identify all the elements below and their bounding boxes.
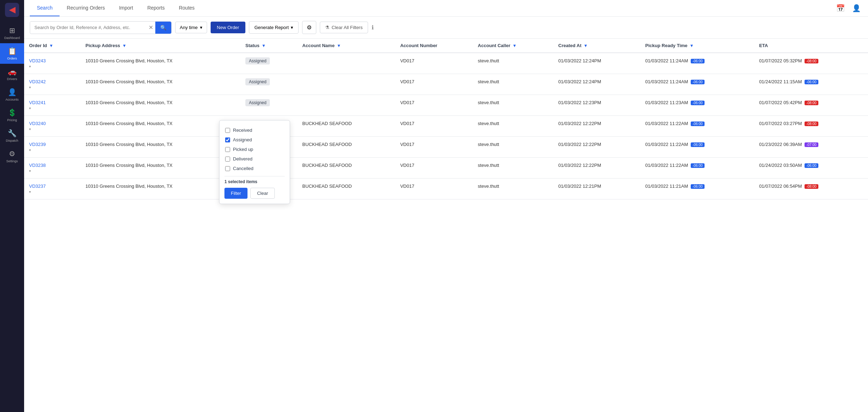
orders-table: Order Id ▼ Pickup Address ▼ Status [24,39,868,199]
created-at-filter-icon[interactable]: ▼ [584,43,588,48]
eta-tz-badge: -08:00 [805,184,818,189]
col-header-pickup-address[interactable]: Pickup Address ▼ [80,39,240,53]
cell-pickup-ready-time: 01/03/2022 11:22AM -06:00 [640,116,754,137]
cell-account-name [297,74,395,95]
cell-account-caller: steve.thutt [473,158,553,179]
sidebar-item-accounts[interactable]: 👤 Accounts [0,84,24,105]
settings-gear-button[interactable]: ⚙ [302,21,316,34]
cell-created-at: 01/03/2022 12:23PM [553,95,640,116]
table-row: VD3243 ▾ 10310 Greens Crossing Blvd, Hou… [24,53,868,74]
cell-account-caller: steve.thutt [473,179,553,199]
filter-checkbox-assigned[interactable] [225,137,230,142]
col-header-created-at[interactable]: Created At ▼ [553,39,640,53]
col-header-status[interactable]: Status ▼ [240,39,297,53]
tab-routes[interactable]: Routes [172,0,201,16]
cell-account-name: BUCKHEAD SEAFOOD [297,179,395,199]
col-header-order-id[interactable]: Order Id ▼ [24,39,80,53]
pickup-tz-badge: -06:00 [691,163,704,168]
cell-eta: 01/24/2022 03:50AM -06:00 [754,158,868,179]
sidebar-item-drivers[interactable]: 🚗 Drivers [0,64,24,84]
clear-all-filters-button[interactable]: ⚗ Clear All Filters [320,22,368,33]
col-header-account-name[interactable]: Account Name ▼ [297,39,395,53]
search-submit-button[interactable]: 🔍 [155,22,171,34]
order-id-link[interactable]: VD3238 [29,163,76,168]
filter-option-received[interactable]: Received [224,125,285,135]
col-created-at-label: Created At [558,43,582,48]
table-row: VD3237 ▾ 10310 Greens Crossing Blvd, Hou… [24,179,868,199]
order-row-chevron-icon[interactable]: ▾ [29,85,31,89]
filter-apply-button[interactable]: Filter [224,188,247,199]
filter-checkbox-received[interactable] [225,128,230,133]
filter-checkbox-cancelled[interactable] [225,166,230,171]
sidebar-item-settings[interactable]: ⚙ Settings [0,146,24,167]
order-id-link[interactable]: VD3237 [29,184,76,189]
status-filter-icon[interactable]: ▼ [262,43,266,48]
app-logo: ◀ [5,3,19,17]
order-row-chevron-icon[interactable]: ▾ [29,127,31,131]
table-row: VD3240 ▾ 10310 Greens Crossing Blvd, Hou… [24,116,868,137]
cell-pickup-address: 10310 Greens Crossing Blvd, Houston, TX [80,95,240,116]
tab-recurring-orders[interactable]: Recurring Orders [60,0,112,16]
generate-report-button[interactable]: Generate Report ▾ [249,21,299,34]
sidebar-item-dashboard[interactable]: ⊞ Dashboard [0,23,24,43]
order-row-chevron-icon[interactable]: ▾ [29,148,31,152]
order-row-chevron-icon[interactable]: ▾ [29,169,31,173]
tab-reports[interactable]: Reports [140,0,172,16]
cell-account-name [297,53,395,74]
col-header-account-caller[interactable]: Account Caller ▼ [473,39,553,53]
filter-checkbox-picked-up[interactable] [225,147,230,152]
sidebar-label-drivers: Drivers [7,77,17,81]
cell-account-number: VD017 [395,116,473,137]
search-wrap: ✕ 🔍 [30,21,172,34]
cell-created-at: 01/03/2022 12:24PM [553,53,640,74]
time-filter-dropdown[interactable]: Any time ▾ [175,22,207,33]
cell-pickup-address: 10310 Greens Crossing Blvd, Houston, TX [80,179,240,199]
main-content: Search Recurring Orders Import Reports R… [24,0,868,412]
info-icon[interactable]: ℹ [372,24,374,31]
search-input[interactable] [30,22,146,33]
filter-option-assigned[interactable]: Assigned [224,135,285,145]
order-id-link[interactable]: VD3239 [29,142,76,147]
cell-order-id: VD3239 ▾ [24,137,80,158]
filter-option-cancelled[interactable]: Cancelled [224,164,285,173]
pickup-tz-badge: -06:00 [691,80,704,84]
filter-checkbox-delivered[interactable] [225,157,230,162]
filter-option-delivered[interactable]: Delivered [224,154,285,164]
calendar-icon-button[interactable]: 📅 [835,2,846,14]
sidebar-item-dispatch[interactable]: 🔧 Dispatch [0,125,24,146]
cell-account-caller: steve.thutt [473,74,553,95]
account-name-filter-icon[interactable]: ▼ [337,43,341,48]
cell-eta: 01/07/2022 06:54PM -08:00 [754,179,868,199]
status-filter-dropdown: Received Assigned Picked up Delivered Ca… [219,120,290,204]
col-header-pickup-ready-time[interactable]: Pickup Ready Time ▼ [640,39,754,53]
nav-tabs: Search Recurring Orders Import Reports R… [30,0,202,16]
order-row-chevron-icon[interactable]: ▾ [29,106,31,110]
settings-icon: ⚙ [9,149,15,158]
sidebar-item-orders[interactable]: 📋 Orders [0,43,24,64]
sidebar-item-pricing[interactable]: 💲 Pricing [0,105,24,125]
tab-search[interactable]: Search [30,0,60,16]
cell-account-caller: steve.thutt [473,95,553,116]
new-order-button[interactable]: New Order [211,22,246,33]
order-id-link[interactable]: VD3243 [29,58,76,63]
pickup-address-filter-icon[interactable]: ▼ [122,43,127,48]
col-status-label: Status [245,43,260,48]
order-id-link[interactable]: VD3242 [29,79,76,84]
drivers-icon: 🚗 [8,67,17,76]
order-row-chevron-icon[interactable]: ▾ [29,64,31,68]
search-clear-button[interactable]: ✕ [146,24,155,31]
tab-import[interactable]: Import [112,0,140,16]
account-caller-filter-icon[interactable]: ▼ [512,43,517,48]
user-icon-button[interactable]: 👤 [851,2,862,14]
cell-created-at: 01/03/2022 12:24PM [553,74,640,95]
order-row-chevron-icon[interactable]: ▾ [29,190,31,194]
cell-created-at: 01/03/2022 12:22PM [553,137,640,158]
pickup-ready-time-filter-icon[interactable]: ▼ [690,43,694,48]
filter-clear-button[interactable]: Clear [250,188,275,199]
nav-right: 📅 👤 [835,2,862,14]
filter-option-picked-up[interactable]: Picked up [224,145,285,154]
order-id-link[interactable]: VD3240 [29,121,76,126]
order-id-link[interactable]: VD3241 [29,100,76,105]
cell-account-number: VD017 [395,74,473,95]
order-id-filter-icon[interactable]: ▼ [49,43,54,48]
